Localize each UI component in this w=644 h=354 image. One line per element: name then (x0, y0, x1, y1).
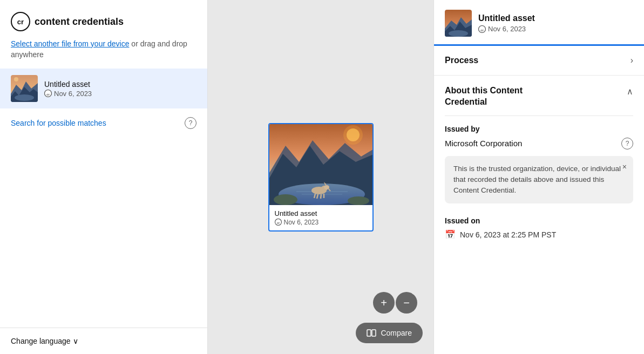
change-language-label: Change language (11, 337, 71, 345)
right-panel-thumb-svg (445, 10, 472, 37)
right-panel-thumbnail (445, 10, 472, 37)
asset-date-text: Nov 6, 2023 (54, 90, 92, 98)
about-section: About this Content Credential ∧ Issued b… (434, 76, 644, 248)
zoom-out-button[interactable]: − (396, 292, 417, 314)
image-card-info: Untitled asset cr Nov 6, 2023 (269, 205, 372, 230)
app-logo-text: content credentials (35, 16, 124, 28)
asset-thumb-svg (11, 75, 38, 102)
right-panel-asset-date-row: cr Nov 6, 2023 (478, 25, 535, 33)
issued-by-help-icon[interactable]: ? (621, 138, 633, 149)
image-card-name: Untitled asset (275, 209, 367, 217)
svg-point-27 (343, 125, 363, 145)
svg-rect-30 (367, 330, 371, 336)
compare-button[interactable]: Compare (356, 323, 423, 343)
sidebar-header: cr content credentials Select another fi… (0, 0, 207, 69)
issued-by-section: Issued by Microsoft Corporation ? This i… (445, 116, 633, 249)
right-panel-asset-name: Untitled asset (478, 13, 535, 23)
right-panel-header: Untitled asset cr Nov 6, 2023 (434, 0, 644, 46)
issued-by-row: Microsoft Corporation ? (445, 138, 633, 149)
about-section-header[interactable]: About this Content Credential ∧ (445, 76, 633, 116)
svg-text:cr: cr (276, 221, 280, 224)
about-title: About this Content Credential (445, 85, 523, 108)
svg-text:cr: cr (46, 93, 50, 96)
right-panel: Untitled asset cr Nov 6, 2023 Process › … (433, 0, 644, 354)
svg-point-6 (14, 77, 18, 81)
cr-icon-card: cr (275, 219, 282, 226)
svg-text:cr: cr (17, 18, 24, 26)
issuer-tooltip-close-button[interactable]: × (622, 162, 627, 171)
right-panel-cr-icon: cr (478, 25, 486, 33)
asset-list-item[interactable]: Untitled asset cr Nov 6, 2023 (0, 69, 207, 108)
issuer-tooltip-box: This is the trusted organization, device… (445, 156, 633, 204)
issuer-tooltip-text: This is the trusted organization, device… (453, 165, 621, 195)
svg-text:cr: cr (480, 28, 484, 31)
cr-icon-small: cr (44, 90, 52, 97)
asset-thumbnail (11, 75, 38, 102)
select-file-area: Select another file from your device or … (11, 39, 196, 60)
cr-logo-icon: cr (11, 12, 30, 31)
sidebar-footer: Change language ∨ (0, 328, 207, 354)
logo-area: cr content credentials (11, 12, 196, 31)
svg-point-15 (274, 194, 297, 205)
calendar-icon: 📅 (445, 229, 456, 240)
asset-name: Untitled asset (44, 80, 92, 88)
search-matches-link[interactable]: Search for possible matches (11, 119, 106, 127)
search-matches-help-icon[interactable]: ? (185, 117, 196, 129)
process-section-row[interactable]: Process › (434, 46, 644, 76)
image-card-date-row: cr Nov 6, 2023 (275, 219, 367, 226)
issued-by-name: Microsoft Corporation (445, 139, 522, 148)
right-panel-asset-info: Untitled asset cr Nov 6, 2023 (478, 13, 535, 33)
issued-on-value-row: 📅 Nov 6, 2023 at 2:25 PM PST (445, 229, 633, 240)
sidebar: cr content credentials Select another fi… (0, 0, 208, 354)
issued-on-section: Issued on 📅 Nov 6, 2023 at 2:25 PM PST (445, 212, 633, 248)
issued-on-date: Nov 6, 2023 at 2:25 PM PST (460, 230, 556, 239)
process-label: Process (445, 56, 478, 65)
process-chevron-right: › (631, 56, 633, 65)
about-chevron-up: ∧ (627, 86, 633, 97)
zoom-in-button[interactable]: + (373, 292, 395, 314)
compare-label: Compare (381, 329, 412, 337)
svg-line-21 (321, 194, 321, 199)
search-matches-row: Search for possible matches ? (0, 108, 207, 138)
image-card-svg (269, 124, 374, 205)
svg-rect-31 (372, 330, 376, 336)
image-card-date: Nov 6, 2023 (284, 219, 319, 226)
asset-info: Untitled asset cr Nov 6, 2023 (44, 80, 92, 98)
asset-date-row: cr Nov 6, 2023 (44, 90, 92, 98)
select-file-link[interactable]: Select another file from your device (11, 39, 129, 48)
svg-point-35 (449, 30, 468, 37)
svg-point-5 (15, 94, 34, 101)
image-card[interactable]: Untitled asset cr Nov 6, 2023 (268, 123, 374, 232)
compare-icon (367, 328, 376, 338)
canvas-area: Untitled asset cr Nov 6, 2023 + − Compar… (208, 0, 433, 354)
issued-on-label: Issued on (445, 216, 633, 225)
change-language-chevron: ∨ (73, 337, 78, 345)
svg-point-16 (348, 196, 369, 205)
change-language-button[interactable]: Change language ∨ (11, 337, 196, 345)
zoom-controls: + − (373, 292, 417, 314)
issued-by-label: Issued by (445, 125, 633, 133)
right-panel-asset-date: Nov 6, 2023 (488, 25, 526, 33)
